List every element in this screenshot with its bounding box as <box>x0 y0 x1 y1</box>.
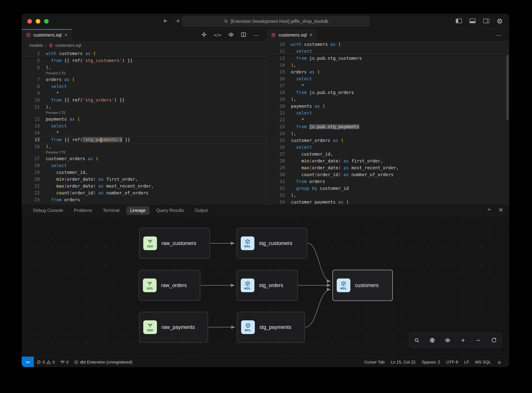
remote-indicator[interactable]: >< <box>22 357 34 367</box>
indentation-status[interactable]: Spaces: 2 <box>419 357 443 367</box>
close-panel-icon[interactable] <box>498 207 503 214</box>
code-line[interactable]: 20payments as ( <box>267 103 509 110</box>
forward-button[interactable] <box>174 18 181 25</box>
code-line[interactable]: 10with customers as ( <box>267 41 509 48</box>
code-line[interactable]: 18 from js.pub.stg_orders <box>267 89 509 96</box>
close-tab-icon[interactable] <box>64 32 68 38</box>
codelens-link[interactable]: Preview CTE <box>22 150 267 155</box>
tab-customers-sql-left[interactable]: customers.sql <box>22 29 72 41</box>
minimize-window-button[interactable] <box>36 19 40 24</box>
code-line[interactable]: 2with customers as ( <box>22 50 267 57</box>
command-center-search[interactable]: [Extension Development Host] jaffle_shop… <box>182 16 370 26</box>
encoding-status[interactable]: UTF-8 <box>443 357 461 367</box>
lineage-node-stg_orders[interactable]: MDLstg_orders <box>237 270 298 301</box>
panel-tab-lineage[interactable]: Lineage <box>126 206 149 215</box>
lineage-node-raw_customers[interactable]: SEDraw_customers <box>139 228 210 259</box>
breadcrumb-folder[interactable]: models <box>29 43 43 48</box>
code-line[interactable]: 23 from js.pub.stg_payments <box>267 123 509 130</box>
code-line[interactable]: 33), <box>267 192 509 199</box>
code-line[interactable]: 27 customer_id, <box>267 151 509 157</box>
code-line[interactable]: 14), <box>267 62 509 69</box>
code-line[interactable]: 21 select <box>267 110 509 116</box>
code-line[interactable]: 22 count(order_id) as number_of_orders <box>22 189 267 196</box>
dbt-sparkle-icon[interactable] <box>201 32 207 38</box>
lineage-graph[interactable]: SEDraw_customersMDLstg_customersSEDraw_o… <box>22 216 509 356</box>
panel-tab-debug-console[interactable]: Debug Console <box>29 206 67 215</box>
notifications-bell-icon[interactable] <box>494 357 505 367</box>
panel-tab-terminal[interactable]: Terminal <box>99 206 123 215</box>
toggle-panel-icon[interactable] <box>469 18 476 25</box>
eye-icon[interactable] <box>440 333 455 348</box>
cursor-position-status[interactable]: Ln 15, Col 22 <box>388 357 419 367</box>
code-line[interactable]: 20 min(order_date) as first_order, <box>22 176 267 183</box>
eye-icon[interactable] <box>228 32 234 38</box>
close-tab-icon[interactable] <box>309 32 313 38</box>
code-line[interactable]: 6), <box>22 64 267 71</box>
lineage-node-stg_customers[interactable]: MDLstg_customers <box>237 228 307 259</box>
code-line[interactable]: 31 from orders <box>267 178 509 185</box>
code-line[interactable]: 28 min(order_date) as first_order, <box>267 157 509 164</box>
code-line[interactable]: 10 from {{ ref('stg_orders') }} <box>22 97 267 103</box>
code-line[interactable]: 13 select <box>22 123 267 129</box>
settings-gear-icon[interactable]: ⚙ <box>497 18 503 25</box>
language-mode-status[interactable]: MS SQL <box>472 357 494 367</box>
code-line[interactable]: 29 max(order_date) as most_recent_order, <box>267 164 509 171</box>
code-line[interactable]: 30 count(order_id) as number_of_orders <box>267 171 509 178</box>
lineage-node-raw_payments[interactable]: SEDraw_payments <box>139 312 208 343</box>
code-line[interactable]: 34customer_payments as ( <box>267 199 509 204</box>
code-line[interactable]: 7orders as ( <box>22 76 267 83</box>
code-line[interactable]: 17 * <box>267 82 509 89</box>
lineage-node-raw_orders[interactable]: SEDraw_orders <box>139 270 200 301</box>
ports-status[interactable]: 0 <box>58 357 71 367</box>
tab-customers-sql-right[interactable]: customers.sql <box>267 29 317 41</box>
close-window-button[interactable] <box>27 19 32 24</box>
zoom-out-icon[interactable] <box>471 333 486 348</box>
code-line[interactable]: 14 * <box>22 129 267 136</box>
code-line[interactable]: 5 from {{ ref('stg_customers') }} <box>22 57 267 64</box>
code-line[interactable]: 13 from js.pub.stg_customers <box>267 55 509 62</box>
code-line[interactable]: 11 select <box>267 48 509 54</box>
back-button[interactable] <box>163 18 169 25</box>
code-line[interactable]: 9 * <box>22 90 267 97</box>
breadcrumb-file[interactable]: customers.sql <box>55 43 81 48</box>
panel-tab-problems[interactable]: Problems <box>70 206 96 215</box>
code-line[interactable]: 18 select <box>22 162 267 169</box>
split-editor-icon[interactable] <box>241 32 246 38</box>
code-line[interactable]: 15 from {{ ref('stg_payments') }} <box>22 136 267 143</box>
search-icon[interactable] <box>409 333 424 348</box>
eol-status[interactable]: LF <box>461 357 472 367</box>
collapse-panel-icon[interactable] <box>486 207 492 214</box>
code-line[interactable]: 16 select <box>267 75 509 82</box>
code-line[interactable]: 17customer_orders as ( <box>22 155 267 162</box>
toggle-primary-sidebar-icon[interactable] <box>456 18 462 25</box>
code-line[interactable]: 16), <box>22 143 267 150</box>
panel-tab-output[interactable]: Output <box>191 206 211 215</box>
code-line[interactable]: 11), <box>22 103 267 110</box>
code-line[interactable]: 32 group by customer_id <box>267 185 509 192</box>
lineage-node-stg_payments[interactable]: MDLstg_payments <box>237 312 305 343</box>
more-actions-icon[interactable]: ⋯ <box>253 32 259 39</box>
scrollbar-thumb[interactable] <box>506 55 509 120</box>
code-line[interactable]: 21 max(order_date) as most_recent_order, <box>22 183 267 189</box>
zoom-window-button[interactable] <box>44 19 49 24</box>
codelens-link[interactable]: Preview CTE <box>22 71 267 76</box>
toggle-secondary-sidebar-icon[interactable] <box>483 18 489 25</box>
problems-status[interactable]: 0 0 <box>34 357 58 367</box>
code-line[interactable]: 24), <box>267 130 509 137</box>
code-preview-icon[interactable]: </> <box>214 33 221 38</box>
zoom-in-icon[interactable] <box>455 333 471 348</box>
more-actions-icon[interactable]: ⋯ <box>496 32 502 39</box>
dbt-extension-status[interactable]: dbt Extension (unregistered) <box>71 357 135 367</box>
code-line[interactable]: 12payments as ( <box>22 116 267 123</box>
code-line[interactable]: 19), <box>267 96 509 103</box>
code-line[interactable]: 23 from orders <box>22 196 267 203</box>
panel-tab-query-results[interactable]: Query Results <box>153 206 188 215</box>
code-line[interactable]: 15orders as ( <box>267 69 509 75</box>
code-line[interactable]: 8 select <box>22 83 267 90</box>
compiled-editor[interactable]: 10with customers as (11 select 13 from j… <box>267 41 509 204</box>
lineage-node-customers[interactable]: MDLcustomers <box>332 270 393 301</box>
codelens-link[interactable]: Preview CTE <box>22 110 267 116</box>
globe-icon[interactable] <box>424 333 440 348</box>
code-line[interactable]: 26 select <box>267 144 509 151</box>
source-editor[interactable]: 2with customers as ( 5 from {{ ref('stg_… <box>22 50 267 204</box>
